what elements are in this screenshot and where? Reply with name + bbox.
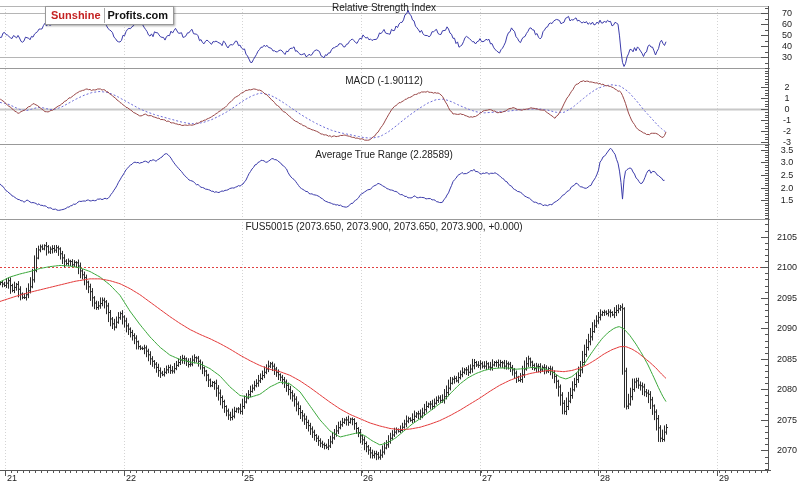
y-axis-label-atr: 2.0	[771, 183, 800, 194]
y-axis-label-atr: 1.5	[771, 195, 800, 206]
logo-text-red: Sunshine	[46, 8, 104, 23]
y-axis-label-macd: -1	[771, 115, 800, 126]
x-axis-day-label: 22	[126, 473, 136, 483]
y-axis-label-price: 2070	[771, 445, 800, 456]
y-axis-label-price: 2075	[771, 415, 800, 426]
x-axis-day-label: 27	[482, 473, 492, 483]
y-axis-label-atr: 3.5	[771, 145, 800, 156]
x-axis-day-label: 26	[363, 473, 373, 483]
y-axis-label-rsi: 50	[771, 30, 800, 41]
y-axis-label-atr: 2.5	[771, 170, 800, 181]
y-axis-label-macd: -2	[771, 126, 800, 137]
x-axis-day-label: 21	[7, 473, 17, 483]
y-axis-label-macd: 1	[771, 93, 800, 104]
chart-window: Relative Strength Index MACD (-1.90112) …	[0, 0, 800, 489]
y-axis-label-rsi: 30	[771, 52, 800, 63]
sunshine-profits-logo: Sunshine Profits.com	[45, 6, 174, 25]
y-axis-label-price: 2090	[771, 323, 800, 334]
y-axis-label-macd: 0	[771, 104, 800, 115]
y-axis-label-price: 2080	[771, 384, 800, 395]
y-axis-label-macd: 2	[771, 82, 800, 93]
x-axis-day-label: 28	[600, 473, 610, 483]
y-axis-label-rsi: 70	[771, 8, 800, 19]
y-axis-label-rsi: 60	[771, 19, 800, 30]
x-axis-day-label: 25	[244, 473, 254, 483]
logo-text-black: Profits.com	[104, 8, 174, 23]
y-axis-label-price: 2085	[771, 354, 800, 365]
x-axis-day-label: 29	[719, 473, 729, 483]
y-axis-label-price: 2100	[771, 262, 800, 273]
y-axis-label-rsi: 40	[771, 41, 800, 52]
y-axis-label-atr: 3.0	[771, 157, 800, 168]
y-axis-label-price: 2105	[771, 232, 800, 243]
y-axis-label-price: 2095	[771, 293, 800, 304]
chart-canvas	[0, 0, 800, 489]
